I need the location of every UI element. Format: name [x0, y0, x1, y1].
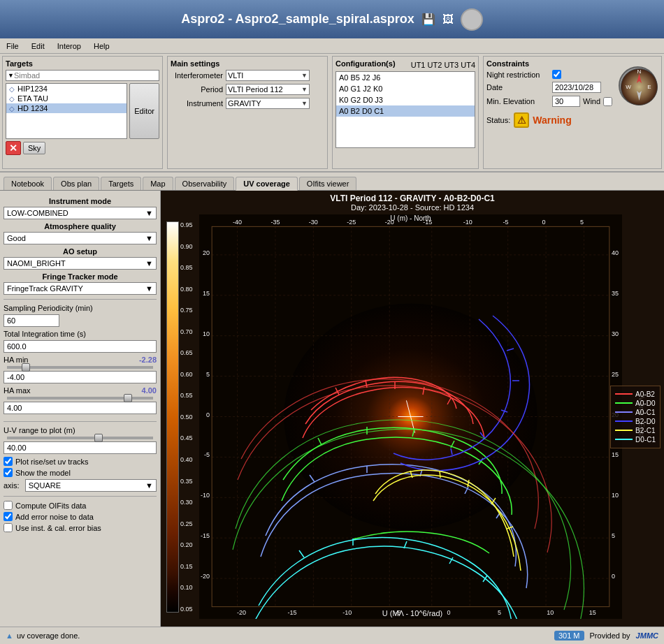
image-button[interactable]: 🖼: [442, 13, 454, 26]
ha-min-thumb[interactable]: [22, 363, 30, 372]
add-error-label: Add error noise to data: [15, 513, 94, 521]
config-item-2[interactable]: A0 G1 J2 K0: [336, 83, 475, 94]
svg-text:-30: -30: [309, 219, 318, 226]
menu-edit[interactable]: Edit: [29, 41, 48, 51]
save-button[interactable]: 💾: [421, 13, 435, 26]
status-left: ▲ uv coverage done.: [6, 631, 80, 640]
atmosphere-quality-title: Atmosphere quality: [3, 222, 157, 230]
config-item-4[interactable]: A0 B2 D0 C1: [336, 105, 475, 117]
svg-text:-20: -20: [201, 573, 210, 580]
atmosphere-quality-value: Good: [7, 234, 26, 242]
svg-text:5: 5: [580, 219, 584, 226]
period-value: VLTI Period 112: [228, 85, 283, 94]
add-error-row: Add error noise to data: [3, 512, 157, 521]
svg-text:25: 25: [612, 371, 619, 378]
menu-file[interactable]: File: [3, 41, 22, 51]
fringe-tracker-combo[interactable]: FringeTrack GRAVITY ▼: [3, 282, 157, 295]
legend-label-a0-c1: A0-C1: [635, 409, 655, 416]
interferometer-row: Interferometer VLTI ▼: [171, 70, 324, 81]
compute-oifits-row: Compute OIFits data: [3, 501, 157, 510]
date-input[interactable]: [552, 82, 601, 93]
legend-color-a0-c1: [615, 411, 633, 413]
tab-targets[interactable]: Targets: [101, 177, 141, 190]
svg-text:10: 10: [547, 609, 554, 616]
atmosphere-quality-combo[interactable]: Good ▼: [3, 232, 157, 244]
period-row: Period VLTI Period 112 ▼: [171, 84, 324, 95]
tab-observability[interactable]: Observability: [175, 177, 235, 190]
legend-b2-c1: B2-C1: [615, 427, 656, 434]
tab-notebook[interactable]: Notebook: [3, 177, 52, 190]
instrument-mode-value: LOW-COMBINED: [7, 209, 68, 217]
axis-combo[interactable]: SQUARE ▼: [25, 479, 157, 492]
interferometer-combo[interactable]: VLTI ▼: [226, 70, 310, 81]
config-item-1[interactable]: A0 B5 J2 J6: [336, 72, 475, 83]
plot-rise-set-checkbox[interactable]: [3, 457, 13, 466]
search-bar: ▼: [6, 70, 159, 81]
constraints-panel: Constraints Night restriction Date Min. …: [483, 56, 662, 169]
diamond-icon-1: ◇: [9, 85, 15, 93]
target-item-eta-tau[interactable]: ◇ ETA TAU: [6, 94, 127, 103]
add-error-checkbox[interactable]: [3, 512, 13, 521]
svg-text:5: 5: [612, 532, 615, 539]
memory-badge: 301 M: [554, 631, 584, 641]
night-restriction-checkbox[interactable]: [552, 70, 561, 79]
legend-b2-d0: B2-D0: [615, 418, 656, 425]
use-inst-bias-row: Use inst. & cal. error bias: [3, 523, 157, 532]
svg-text:-35: -35: [270, 219, 280, 226]
svg-text:10: 10: [612, 492, 619, 499]
svg-text:-25: -25: [347, 219, 356, 226]
menu-interop[interactable]: Interop: [55, 41, 84, 51]
target-item-hd1234[interactable]: ◇ HD 1234: [6, 103, 127, 113]
instrument-combo[interactable]: GRAVITY ▼: [226, 98, 310, 109]
target-item-hip1234[interactable]: ◇ HIP1234: [6, 84, 127, 94]
menu-help[interactable]: Help: [91, 41, 113, 51]
compute-oifits-checkbox[interactable]: [3, 501, 13, 510]
ha-max-input[interactable]: [3, 402, 157, 414]
axis-value: SQUARE: [29, 481, 61, 490]
remove-target-button[interactable]: ✕: [6, 141, 21, 155]
colorbar: [166, 221, 179, 613]
svg-text:30: 30: [612, 330, 619, 337]
legend-color-a0-d0: [615, 402, 633, 404]
tab-obs-plan[interactable]: Obs plan: [53, 177, 99, 190]
ha-min-input[interactable]: [3, 371, 157, 383]
editor-button[interactable]: Editor: [129, 83, 159, 139]
wind-checkbox[interactable]: [603, 97, 612, 106]
plot-rise-set-row: Plot rise/set uv tracks: [3, 457, 157, 466]
target-name-1: HIP1234: [17, 85, 48, 93]
svg-line-53: [440, 471, 440, 478]
uv-range-thumb[interactable]: [94, 434, 103, 442]
svg-text:35: 35: [612, 290, 619, 297]
uv-range-track: [7, 437, 153, 439]
wind-label: Wind: [583, 97, 600, 105]
plot-area: VLTI Period 112 - GRAVITY - A0-B2-D0-C1 …: [161, 191, 664, 627]
config-title: Configuration(s): [335, 59, 396, 68]
period-label: Period: [171, 85, 223, 94]
config-item-3[interactable]: K0 G2 D0 J3: [336, 94, 475, 105]
elevation-input[interactable]: [552, 96, 580, 107]
date-label: Date: [486, 83, 549, 92]
svg-text:0: 0: [206, 411, 210, 418]
ao-setup-combo[interactable]: NAOMI_BRIGHT ▼: [3, 257, 157, 270]
integration-input[interactable]: [3, 340, 157, 353]
tab-oifits[interactable]: OIfits viewer: [299, 177, 357, 190]
use-inst-bias-checkbox[interactable]: [3, 523, 13, 532]
show-model-row: Show the model: [3, 468, 157, 477]
sampling-input[interactable]: [3, 314, 59, 327]
svg-text:20: 20: [203, 249, 210, 256]
config-list: A0 B5 J2 J6 A0 G1 J2 K0 K0 G2 D0 J3 A0 B…: [335, 71, 475, 148]
x-axis-label: U (MΛ - 10^6/rad): [382, 609, 442, 617]
target-name-3: HD 1234: [17, 104, 48, 112]
show-model-checkbox[interactable]: [3, 468, 13, 477]
sky-button[interactable]: Sky: [23, 142, 45, 154]
search-input[interactable]: [14, 71, 119, 80]
tab-map[interactable]: Map: [143, 177, 173, 190]
period-combo[interactable]: VLTI Period 112 ▼: [226, 84, 310, 95]
ha-max-thumb[interactable]: [124, 394, 132, 402]
svg-text:-40: -40: [233, 219, 242, 226]
uv-range-input[interactable]: [3, 441, 157, 454]
search-dropdown-icon[interactable]: ▼: [8, 72, 14, 79]
legend-label-d0-c1: D0-C1: [635, 436, 656, 444]
instrument-mode-combo[interactable]: LOW-COMBINED ▼: [3, 207, 157, 219]
tab-uv-coverage[interactable]: UV coverage: [236, 177, 298, 191]
